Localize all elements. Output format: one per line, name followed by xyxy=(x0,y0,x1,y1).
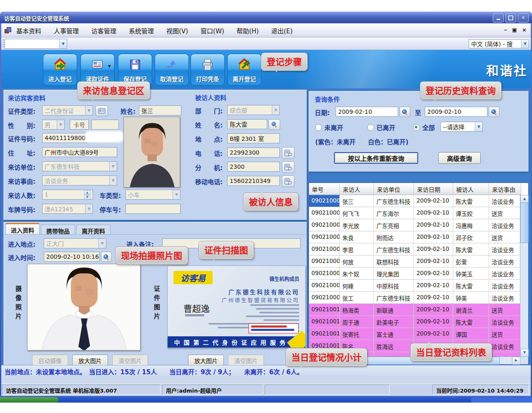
table-cell[interactable]: 2009-02-10 xyxy=(414,255,453,268)
table-cell[interactable]: 2009-02-10 xyxy=(414,328,453,340)
table-cell[interactable]: 送货 xyxy=(489,231,521,243)
table-cell[interactable]: 张三 xyxy=(340,195,374,207)
table-cell[interactable]: 2009-02-10 xyxy=(414,292,453,304)
table-row[interactable]: 090210012张寄托富士通2009-02-10谭国送货 xyxy=(309,328,528,340)
menu-item-0[interactable]: 基本资料 xyxy=(16,26,41,35)
table-cell[interactable]: 090210002 xyxy=(309,207,340,219)
ext-input[interactable]: 2300 xyxy=(227,162,280,172)
table-cell[interactable]: 广东亮相 xyxy=(374,219,414,231)
mdi-restore-button[interactable]: ▣ xyxy=(512,27,517,33)
photo-button[interactable]: 放大图片 xyxy=(188,355,224,366)
table-cell[interactable]: 广东海尔 xyxy=(374,207,414,219)
radio-all[interactable]: 全部 xyxy=(413,123,435,132)
tab-0[interactable]: 进入资料 xyxy=(5,223,40,234)
card-reader-button[interactable] xyxy=(95,105,108,116)
table-cell[interactable]: 何放 xyxy=(340,255,374,268)
photo-button[interactable]: 清空图片 xyxy=(112,355,148,366)
photo-button[interactable]: 清空图片 xyxy=(228,355,264,366)
table-header-cell[interactable]: 来访人 xyxy=(340,183,374,195)
table-row[interactable]: 090210003李光放广东亮相2009-02-10冯惠梅洽谈业务 xyxy=(309,219,528,231)
table-cell[interactable]: 090210005 xyxy=(309,243,340,255)
table-cell[interactable]: 090210004 xyxy=(309,231,340,243)
window-minimize-button[interactable] xyxy=(493,13,504,23)
table-row[interactable]: 090210009张工广东德生科技2009-02-10钟美洽谈业务 xyxy=(309,292,528,304)
visitor-name-input[interactable]: 张三 xyxy=(139,105,181,115)
table-header-cell[interactable]: 来访单位 xyxy=(374,183,414,195)
date-from-picker-button[interactable] xyxy=(399,107,410,117)
card-no-input[interactable] xyxy=(91,120,119,130)
dept-select[interactable]: 综合部▼ xyxy=(227,105,280,115)
table-row[interactable]: 090210005李思广东德生科技2009-02-10陈大雷洽谈业务 xyxy=(309,243,528,255)
mdi-close-button[interactable]: × xyxy=(522,27,527,33)
table-cell[interactable]: 洽谈业务 xyxy=(489,316,521,328)
photo-button[interactable]: 启动摄像 xyxy=(32,355,68,366)
table-row[interactable]: 090210001张三广东德生科技2009-02-10陈大雷洽谈业务 xyxy=(309,195,528,207)
interviewee-name-input[interactable]: 陈大雷 xyxy=(227,119,267,129)
entry-time-input[interactable]: 2009-02-10 10:16 xyxy=(44,252,100,262)
menu-item-1[interactable]: 人事管理 xyxy=(54,26,79,35)
date-from-input[interactable]: 2009-02-10 xyxy=(336,107,398,117)
table-cell[interactable]: 090210010 xyxy=(309,304,340,316)
window-close-button[interactable]: × xyxy=(518,13,529,23)
table-row[interactable]: 090210011周于通赴美电子2009-02-10陈大雷洽谈业务 xyxy=(309,316,528,328)
table-cell[interactable]: 090210003 xyxy=(309,219,340,231)
menu-item-3[interactable]: 系统管理 xyxy=(129,26,154,35)
toolbar-combobox[interactable]: ▼ xyxy=(5,39,67,49)
table-cell[interactable]: 送货 xyxy=(489,328,521,340)
table-cell[interactable]: 洽谈业务 xyxy=(489,195,521,207)
table-cell[interactable]: 杨海类 xyxy=(340,304,374,316)
mobile-input[interactable]: 15602210349 xyxy=(227,176,280,186)
table-cell[interactable]: 赴美电子 xyxy=(374,316,414,328)
gender-select[interactable]: 男▼ xyxy=(42,120,65,130)
table-cell[interactable]: 2009-02-10 xyxy=(414,195,453,207)
table-cell[interactable]: 洽谈业务 xyxy=(489,340,521,352)
table-cell[interactable]: 彭萱 xyxy=(453,255,489,268)
date-to-picker-button[interactable] xyxy=(489,107,499,117)
table-cell[interactable]: 陈大雷 xyxy=(453,195,489,207)
table-cell[interactable]: 洽谈业务 xyxy=(489,268,521,280)
date-to-input[interactable]: 2009-02-10 xyxy=(425,107,487,117)
cert-type-select[interactable]: 二代身份证▼ xyxy=(42,105,93,115)
scroll-down-icon[interactable]: ▼ xyxy=(520,349,529,357)
reason-select[interactable]: 洽谈业务▼ xyxy=(42,175,117,185)
table-cell[interactable]: 中原科技 xyxy=(374,280,414,292)
table-header-cell[interactable]: 被访人 xyxy=(453,183,489,195)
table-cell[interactable]: 090210001 xyxy=(309,195,340,207)
entry-time-picker-button[interactable] xyxy=(101,252,112,262)
menu-item-4[interactable]: 视图(V) xyxy=(166,26,188,35)
table-cell[interactable]: 090210007 xyxy=(309,268,340,280)
advanced-query-button[interactable]: 高级查询 xyxy=(438,152,481,164)
table-row[interactable]: 090210002何飞飞广东海尔2009-02-10谭玉姣送货 xyxy=(309,207,528,219)
table-cell[interactable]: 洽谈业务 xyxy=(489,219,521,231)
table-cell[interactable]: 090210006 xyxy=(309,255,340,268)
search-person-button[interactable] xyxy=(269,119,280,130)
table-cell[interactable]: 谭国 xyxy=(453,328,489,340)
table-cell[interactable]: 张工 xyxy=(340,292,374,304)
window-titlebar[interactable]: 访客自动登记安全管理系统 × xyxy=(0,12,532,23)
table-cell[interactable]: 2009-02-10 xyxy=(414,304,453,316)
table-row[interactable]: 090210010杨海类新联通2009-02-10谢清兰送货 xyxy=(309,304,528,316)
table-cell[interactable]: 何峰 xyxy=(340,280,374,292)
table-cell[interactable]: 2009-02-10 xyxy=(414,243,453,255)
table-cell[interactable]: 朱个奴 xyxy=(340,268,374,280)
table-cell[interactable]: 陈大雷 xyxy=(453,243,489,255)
table-cell[interactable]: 邓子欣 xyxy=(453,231,489,243)
table-cell[interactable]: 洽谈业务 xyxy=(489,280,521,292)
plate-select[interactable]: 津A12345▼ xyxy=(42,204,93,214)
table-cell[interactable]: 理光集团 xyxy=(374,268,414,280)
table-header-cell[interactable]: 来访事由 xyxy=(489,183,521,195)
menu-item-5[interactable]: 窗口(W) xyxy=(201,26,224,35)
table-cell[interactable]: 冯惠梅 xyxy=(453,219,489,231)
table-header-cell[interactable]: 单号 xyxy=(309,183,340,195)
table-cell[interactable]: 陈大雷 xyxy=(453,280,489,292)
table-cell[interactable]: 谢清兰 xyxy=(453,304,489,316)
table-vertical-scrollbar[interactable]: ▲ ▼ xyxy=(520,195,528,357)
table-cell[interactable]: 广东德生科技 xyxy=(374,292,414,304)
menu-item-2[interactable]: 访客管理 xyxy=(91,26,116,35)
table-cell[interactable]: 钟美 xyxy=(453,292,489,304)
table-row[interactable]: 090210004朱良附而达2009-02-10邓子欣送货 xyxy=(309,231,528,243)
taskbar[interactable] xyxy=(0,397,532,403)
table-cell[interactable]: 090210009 xyxy=(309,292,340,304)
table-cell[interactable]: 联想科技 xyxy=(374,255,414,268)
tab-2[interactable]: 离开资料 xyxy=(76,225,110,234)
